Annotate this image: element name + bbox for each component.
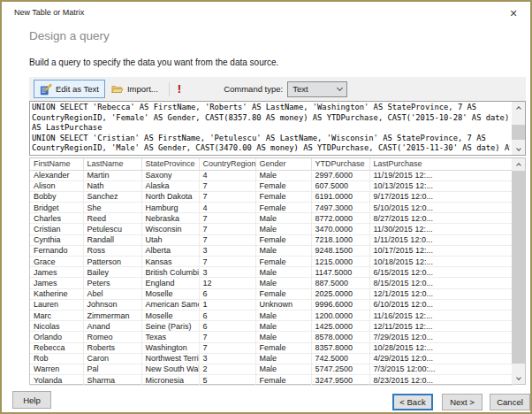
import-label: Import... <box>127 84 158 94</box>
close-icon[interactable]: ✕ <box>506 6 521 20</box>
table-row[interactable]: FernandoRossAlberta3Male9248.150010/17/2… <box>30 245 513 256</box>
table-cell: Sanchez <box>83 191 141 202</box>
column-header[interactable]: FirstName <box>30 158 83 170</box>
table-cell: Female <box>255 257 311 267</box>
table-cell: 8/27/2015 12:0... <box>369 213 513 224</box>
window-title: New Table or Matrix <box>14 8 84 17</box>
table-row[interactable]: LaurenJohnsonAmerican Samoa1Unknown9996.… <box>30 299 513 310</box>
import-button[interactable]: Import... <box>105 80 164 98</box>
edit-as-text-button[interactable]: Edit as Text <box>34 80 105 98</box>
help-button[interactable]: Help <box>12 391 51 409</box>
table-cell: 1215.0000 <box>311 257 369 267</box>
table-cell: 8772.0000 <box>311 213 369 224</box>
table-cell: 8/23/2015 12:0... <box>369 375 513 386</box>
table-cell: 2 <box>199 364 255 374</box>
table-cell: 6/15/2015 12:0... <box>369 267 513 278</box>
table-cell: Washington <box>141 342 199 353</box>
table-cell: 9248.1500 <box>311 245 369 256</box>
results-grid: FirstNameLastNameStateProvinceCountryReg… <box>29 157 526 385</box>
table-cell: Female <box>255 342 311 353</box>
table-row[interactable]: CristianPetulescuWisconsin7Male3470.0000… <box>30 224 513 234</box>
table-cell: Nicolas <box>30 321 83 332</box>
table-row[interactable]: CharlesReedNebraska7Male8772.00008/27/20… <box>30 213 513 224</box>
table-row[interactable]: RobCaronNorthwest Terri...3Male742.50004… <box>30 353 513 364</box>
scroll-down-icon[interactable] <box>512 143 525 155</box>
column-header[interactable]: StateProvince <box>141 158 199 170</box>
table-row[interactable]: CynthiaRandallUtah7Female7218.10001/11/2… <box>30 234 513 245</box>
table-row[interactable]: NicolasAnandSeine (Paris)6Male1425.00001… <box>30 321 513 332</box>
table-cell: 3 <box>199 267 255 278</box>
query-text[interactable]: UNION SELECT 'Rebecca' AS FirstName, 'Ro… <box>32 103 510 154</box>
table-cell: 9996.6000 <box>311 299 369 310</box>
column-header[interactable]: LastName <box>83 158 141 170</box>
table-cell: Male <box>255 170 311 180</box>
table-row[interactable]: YolandaSharmaMicronesia5Female3247.95008… <box>30 375 513 386</box>
scroll-up-icon[interactable] <box>512 158 525 170</box>
table-row[interactable]: BobbySanchezNorth Dakota7Female6191.0000… <box>30 191 513 202</box>
table-cell: Ross <box>83 245 141 256</box>
validate-query-icon[interactable]: ! <box>174 82 185 96</box>
table-cell: Male <box>255 332 311 342</box>
table-cell: 7 <box>199 332 255 342</box>
table-cell: Nath <box>83 180 141 191</box>
new-table-or-matrix-dialog: New Table or Matrix ✕ Design a query Bui… <box>0 0 532 414</box>
table-row[interactable]: GracePattersonKansas7Female1215.000010/1… <box>30 257 513 267</box>
scroll-down-icon[interactable] <box>512 372 525 384</box>
table-cell: 5 <box>199 375 255 386</box>
command-type-dropdown[interactable]: Text <box>287 81 347 97</box>
table-cell: 10/28/2015 12:... <box>369 342 513 353</box>
back-button[interactable]: < Back <box>392 394 433 410</box>
next-button[interactable]: Next > <box>442 394 483 410</box>
table-cell: 887.5000 <box>311 278 369 288</box>
cancel-button[interactable]: Cancel <box>490 394 530 410</box>
table-cell: Rebecca <box>30 342 83 353</box>
scroll-up-icon[interactable] <box>512 102 525 113</box>
scrollbar-thumb[interactable] <box>512 171 525 364</box>
query-text-editor[interactable]: UNION SELECT 'Rebecca' AS FirstName, 'Ro… <box>29 101 526 156</box>
table-row[interactable]: AlisonNathAlaska7Female607.500010/13/201… <box>30 180 513 191</box>
column-header[interactable]: LastPurchase <box>369 158 513 170</box>
table-cell: 6 <box>199 288 255 299</box>
table-row[interactable]: AlexanderMartinSaxony4Male2997.600011/19… <box>30 170 513 180</box>
query-toolbar: Edit as Text Import... ! Command type: T… <box>29 77 526 101</box>
scrollbar-thumb[interactable] <box>512 125 525 140</box>
query-scrollbar[interactable] <box>512 102 525 155</box>
table-cell: Anand <box>83 321 141 332</box>
column-header[interactable]: YTDPurchase <box>311 158 369 170</box>
table-row[interactable]: RebeccaRobertsWashington7Female8357.8000… <box>30 342 513 353</box>
table-cell: Grace <box>30 257 83 267</box>
table-cell: 1 <box>199 299 255 310</box>
table-cell: 3 <box>199 353 255 364</box>
table-row[interactable]: JamesBaileyBritish Columbia3Male1147.500… <box>30 267 513 278</box>
edit-as-text-label: Edit as Text <box>56 84 99 94</box>
table-cell: Male <box>255 364 311 374</box>
table-cell: Female <box>255 191 311 202</box>
column-header[interactable]: Gender <box>255 158 311 170</box>
table-cell: 7 <box>199 180 255 191</box>
table-cell: Alaska <box>141 180 199 191</box>
table-cell: Alexander <box>30 170 83 180</box>
table-cell: Patterson <box>83 257 141 267</box>
table-row[interactable]: BridgetSheHamburg4Female7497.30005/10/20… <box>30 203 513 213</box>
table-row[interactable]: JamesPetersEngland12Male887.50008/15/201… <box>30 278 513 288</box>
grid-header-row: FirstNameLastNameStateProvinceCountryReg… <box>30 158 513 170</box>
table-cell: 2997.6000 <box>311 170 369 180</box>
table-cell: Utah <box>141 234 199 245</box>
table-cell: 9/17/2015 12:0... <box>369 191 513 202</box>
grid-scrollbar[interactable] <box>512 158 525 384</box>
results-table: FirstNameLastNameStateProvinceCountryReg… <box>30 158 513 386</box>
table-row[interactable]: MarcZimmermanMoselle6Male1200.000011/16/… <box>30 310 513 320</box>
column-header[interactable]: CountryRegionID <box>199 158 255 170</box>
table-cell: James <box>30 267 83 278</box>
table-cell: Warren <box>30 364 83 374</box>
table-row[interactable]: WarrenPalNew South Wales2Male5747.25007/… <box>30 364 513 374</box>
command-type-label: Command type: <box>224 84 283 94</box>
table-cell: 742.5000 <box>311 353 369 364</box>
command-type-value: Text <box>293 84 308 94</box>
table-row[interactable]: OrlandoRomeoTexas7Male8578.00007/29/2015… <box>30 332 513 342</box>
table-cell: Bobby <box>30 191 83 202</box>
table-cell: 3 <box>199 245 255 256</box>
table-cell: Male <box>255 321 311 332</box>
table-row[interactable]: KatherineAbelMoselle6Female2025.000012/1… <box>30 288 513 299</box>
table-cell: Bailey <box>83 267 141 278</box>
